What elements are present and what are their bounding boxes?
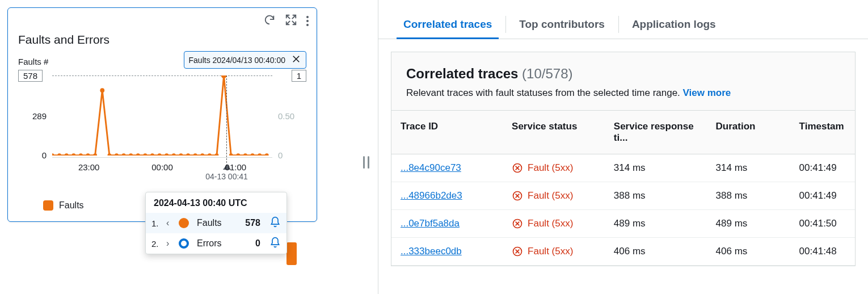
chart-cursor[interactable]: 04-13 00:41 — [226, 75, 227, 163]
fault-icon — [512, 190, 523, 201]
table-header-row: Trace ID Service status Service response… — [391, 111, 855, 154]
svg-point-14 — [107, 153, 111, 155]
svg-point-34 — [251, 153, 255, 155]
more-actions-icon[interactable] — [306, 14, 309, 28]
chevron-right-icon: › — [166, 238, 173, 249]
svg-point-31 — [229, 153, 233, 155]
filter-chip-text: Faults 2024/04/13 00:40:00 — [189, 56, 285, 65]
svg-point-26 — [193, 153, 197, 155]
tooltip-timestamp: 2024-04-13 00:40 UTC — [146, 192, 286, 213]
bell-icon[interactable] — [269, 237, 281, 250]
faults-line — [52, 75, 272, 156]
y-right-mid: 0.50 — [278, 111, 306, 121]
response-time: 314 ms — [605, 154, 707, 182]
svg-point-7 — [57, 153, 61, 155]
bell-icon[interactable] — [269, 216, 281, 230]
tab-application-logs[interactable]: Application logs — [618, 10, 730, 39]
faults-marker-icon — [179, 218, 189, 228]
section-subtext: Relevant traces with fault statuses from… — [406, 87, 683, 98]
chevron-left-icon: ‹ — [166, 218, 173, 228]
svg-point-36 — [265, 153, 269, 155]
svg-point-29 — [215, 153, 219, 155]
close-icon[interactable] — [291, 54, 301, 66]
response-time: 406 ms — [605, 238, 707, 266]
trace-id-link[interactable]: ...333beec0db — [401, 246, 462, 257]
svg-point-15 — [115, 153, 119, 155]
x-tick: 00:00 — [151, 162, 173, 172]
legend-faults-label: Faults — [59, 200, 84, 211]
chart-cursor-label: 04-13 00:41 — [203, 172, 250, 181]
fault-status: Fault (5xx) — [512, 190, 596, 201]
table-row[interactable]: ...8e4c90ce73Fault (5xx)314 ms314 ms00:4… — [391, 154, 855, 182]
series-filter-chip[interactable]: Faults 2024/04/13 00:40:00 — [184, 51, 306, 69]
section-title: Correlated traces — [406, 66, 518, 81]
svg-point-33 — [243, 153, 247, 155]
svg-point-23 — [172, 153, 176, 155]
resize-handle[interactable] — [363, 156, 371, 169]
correlated-traces-section: Correlated traces (10/578) Relevant trac… — [391, 52, 856, 266]
svg-point-19 — [144, 153, 148, 155]
svg-point-35 — [258, 153, 262, 155]
svg-point-16 — [122, 153, 126, 155]
table-row[interactable]: ...333beec0dbFault (5xx)406 ms406 ms00:4… — [391, 238, 855, 266]
svg-point-21 — [158, 153, 162, 155]
table-row[interactable]: ...48966b2de3Fault (5xx)388 ms388 ms00:4… — [391, 182, 855, 210]
fault-status: Fault (5xx) — [512, 246, 596, 257]
svg-point-25 — [186, 153, 190, 155]
table-row[interactable]: ...0e7bf5a8daFault (5xx)489 ms489 ms00:4… — [391, 210, 855, 238]
svg-point-20 — [150, 153, 154, 155]
col-duration[interactable]: Duration — [707, 111, 790, 154]
left-axis-title: Faults # — [18, 57, 48, 66]
svg-line-0 — [286, 15, 290, 19]
duration: 489 ms — [707, 210, 790, 238]
chart-tooltip: 2024-04-13 00:40 UTC 1. ‹ Faults 578 2. … — [145, 192, 287, 254]
col-timestamp[interactable]: Timestam — [790, 111, 855, 154]
view-more-link[interactable]: View more — [683, 87, 731, 98]
trace-id-link[interactable]: ...8e4c90ce73 — [401, 162, 461, 173]
col-response-time[interactable]: Service response ti... — [605, 111, 707, 154]
svg-point-27 — [200, 153, 204, 155]
section-count: (10/578) — [522, 66, 572, 81]
col-service-status[interactable]: Service status — [503, 111, 605, 154]
tab-correlated-traces[interactable]: Correlated traces — [390, 10, 505, 39]
y-left-mid: 289 — [18, 111, 47, 121]
col-trace-id[interactable]: Trace ID — [391, 111, 503, 154]
chart-plot-area[interactable]: 578 1 . 289 0 . 0.50 0 04-13 00:41 — [18, 72, 306, 174]
timestamp: 00:41:49 — [790, 182, 855, 210]
svg-line-2 — [292, 15, 296, 19]
fault-icon — [512, 218, 523, 229]
tooltip-row-errors[interactable]: 2. › Errors 0 — [146, 233, 286, 254]
duration: 406 ms — [707, 238, 790, 266]
svg-line-3 — [286, 21, 290, 24]
refresh-icon[interactable] — [263, 14, 276, 28]
tooltip-row-faults[interactable]: 1. ‹ Faults 578 — [146, 213, 286, 233]
timestamp: 00:41:50 — [790, 210, 855, 238]
svg-point-10 — [79, 153, 83, 155]
svg-point-9 — [71, 153, 75, 155]
tab-top-contributors[interactable]: Top contributors — [505, 10, 618, 39]
duration: 388 ms — [707, 182, 790, 210]
x-tick: 01:00 — [225, 162, 247, 172]
fault-status: Fault (5xx) — [512, 218, 596, 229]
svg-point-13 — [100, 88, 104, 93]
partial-button[interactable] — [286, 242, 297, 265]
fault-icon — [512, 246, 523, 257]
x-tick: 23:00 — [78, 162, 100, 172]
svg-point-12 — [93, 153, 97, 155]
svg-point-17 — [129, 153, 133, 155]
chart-toolbar — [263, 14, 309, 28]
svg-point-22 — [165, 153, 168, 155]
trace-id-link[interactable]: ...48966b2de3 — [401, 190, 462, 201]
faults-swatch-icon — [43, 200, 53, 211]
trace-id-link[interactable]: ...0e7bf5a8da — [401, 218, 460, 229]
expand-icon[interactable] — [285, 14, 297, 28]
y-right-zero: 0 — [278, 150, 306, 160]
response-time: 489 ms — [605, 210, 707, 238]
svg-point-32 — [236, 153, 240, 155]
svg-point-28 — [208, 153, 212, 155]
faults-errors-chart-card: Faults and Errors Faults # Errors # Faul… — [7, 7, 317, 222]
fault-status: Fault (5xx) — [512, 162, 596, 174]
svg-point-11 — [86, 153, 90, 155]
fault-icon — [512, 162, 523, 174]
traces-table: Trace ID Service status Service response… — [391, 111, 855, 266]
